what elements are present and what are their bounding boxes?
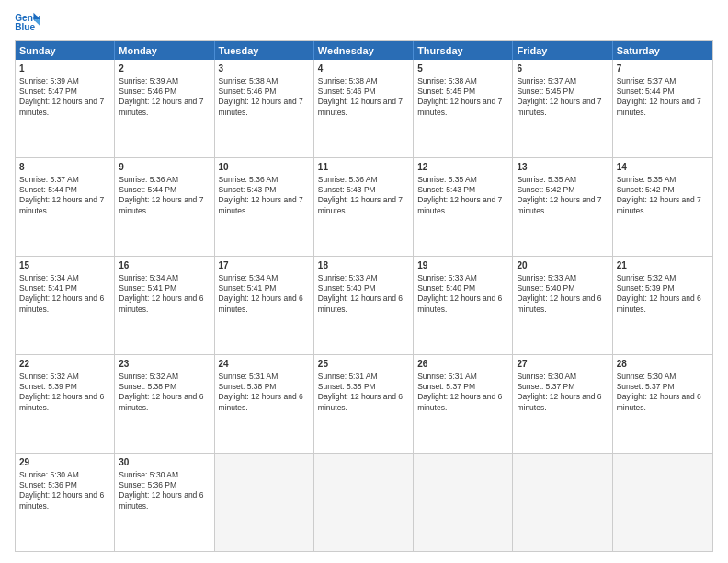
calendar-row-2: 15Sunrise: 5:34 AMSunset: 5:41 PMDayligh…: [16, 256, 712, 354]
daylight: Daylight: 12 hours and 6 minutes.: [417, 293, 502, 313]
day-cell-21: 21Sunrise: 5:32 AMSunset: 5:39 PMDayligh…: [613, 257, 712, 354]
sunset: Sunset: 5:41 PM: [119, 283, 176, 293]
sunset: Sunset: 5:43 PM: [417, 185, 475, 194]
sunset: Sunset: 5:43 PM: [318, 185, 376, 194]
daylight: Daylight: 12 hours and 6 minutes.: [119, 293, 203, 313]
day-cell-18: 18Sunrise: 5:33 AMSunset: 5:40 PMDayligh…: [314, 257, 414, 354]
header-day-friday: Friday: [513, 41, 612, 60]
day-cell-19: 19Sunrise: 5:33 AMSunset: 5:40 PMDayligh…: [414, 257, 513, 354]
day-number: 1: [19, 63, 110, 75]
header-day-thursday: Thursday: [414, 41, 513, 60]
day-number: 27: [517, 358, 608, 371]
sunset: Sunset: 5:46 PM: [219, 86, 277, 96]
day-cell-8: 8Sunrise: 5:37 AMSunset: 5:44 PMDaylight…: [16, 158, 115, 256]
day-number: 15: [19, 259, 110, 272]
day-cell-2: 2Sunrise: 5:39 AMSunset: 5:46 PMDaylight…: [115, 60, 214, 157]
daylight: Daylight: 12 hours and 7 minutes.: [219, 97, 303, 116]
daylight: Daylight: 12 hours and 7 minutes.: [617, 195, 701, 214]
sunrise: Sunrise: 5:35 AM: [617, 175, 677, 184]
sunset: Sunset: 5:36 PM: [19, 480, 77, 489]
header-day-saturday: Saturday: [613, 41, 712, 60]
day-number: 28: [617, 358, 709, 371]
day-cell-1: 1Sunrise: 5:39 AMSunset: 5:47 PMDaylight…: [16, 60, 115, 157]
day-number: 21: [617, 259, 709, 272]
day-cell-30: 30Sunrise: 5:30 AMSunset: 5:36 PMDayligh…: [115, 454, 214, 551]
sunrise: Sunrise: 5:30 AM: [119, 470, 178, 479]
day-cell-12: 12Sunrise: 5:35 AMSunset: 5:43 PMDayligh…: [414, 158, 513, 256]
day-number: 24: [219, 358, 310, 371]
daylight: Daylight: 12 hours and 6 minutes.: [19, 293, 104, 313]
day-cell-3: 3Sunrise: 5:38 AMSunset: 5:46 PMDaylight…: [215, 60, 314, 157]
day-number: 25: [318, 358, 409, 371]
sunset: Sunset: 5:45 PM: [417, 86, 475, 96]
day-number: 2: [119, 63, 210, 75]
header-day-tuesday: Tuesday: [215, 41, 314, 60]
day-cell-25: 25Sunrise: 5:31 AMSunset: 5:38 PMDayligh…: [314, 355, 414, 453]
day-number: 13: [517, 161, 608, 174]
sunset: Sunset: 5:37 PM: [417, 382, 475, 391]
daylight: Daylight: 12 hours and 6 minutes.: [517, 293, 601, 313]
sunrise: Sunrise: 5:30 AM: [19, 470, 79, 479]
day-number: 14: [617, 161, 709, 174]
daylight: Daylight: 12 hours and 7 minutes.: [617, 97, 701, 116]
day-number: 3: [219, 63, 310, 75]
daylight: Daylight: 12 hours and 7 minutes.: [318, 97, 403, 116]
day-number: 29: [19, 456, 110, 469]
sunset: Sunset: 5:46 PM: [119, 86, 176, 96]
sunrise: Sunrise: 5:34 AM: [219, 273, 279, 282]
sunrise: Sunrise: 5:32 AM: [19, 372, 79, 381]
sunrise: Sunrise: 5:39 AM: [19, 76, 79, 86]
day-cell-5: 5Sunrise: 5:38 AMSunset: 5:45 PMDaylight…: [414, 60, 513, 157]
daylight: Daylight: 12 hours and 6 minutes.: [119, 490, 203, 510]
daylight: Daylight: 12 hours and 7 minutes.: [517, 97, 601, 116]
header-day-wednesday: Wednesday: [314, 41, 414, 60]
sunset: Sunset: 5:44 PM: [617, 86, 675, 96]
calendar-body: 1Sunrise: 5:39 AMSunset: 5:47 PMDaylight…: [16, 60, 712, 551]
sunrise: Sunrise: 5:32 AM: [617, 273, 677, 282]
calendar-header: SundayMondayTuesdayWednesdayThursdayFrid…: [16, 41, 712, 60]
sunset: Sunset: 5:39 PM: [617, 283, 675, 293]
day-number: 30: [119, 456, 210, 469]
empty-cell: [513, 454, 612, 551]
day-cell-4: 4Sunrise: 5:38 AMSunset: 5:46 PMDaylight…: [314, 60, 414, 157]
sunset: Sunset: 5:45 PM: [517, 86, 574, 96]
day-cell-15: 15Sunrise: 5:34 AMSunset: 5:41 PMDayligh…: [16, 257, 115, 354]
sunset: Sunset: 5:37 PM: [517, 382, 574, 391]
empty-cell: [414, 454, 513, 551]
sunrise: Sunrise: 5:38 AM: [219, 76, 279, 86]
daylight: Daylight: 12 hours and 6 minutes.: [318, 293, 403, 313]
daylight: Daylight: 12 hours and 7 minutes.: [517, 195, 601, 214]
sunrise: Sunrise: 5:34 AM: [19, 273, 79, 282]
daylight: Daylight: 12 hours and 7 minutes.: [119, 97, 203, 116]
day-number: 5: [417, 63, 508, 75]
sunset: Sunset: 5:47 PM: [19, 86, 77, 96]
sunset: Sunset: 5:36 PM: [119, 480, 176, 489]
sunrise: Sunrise: 5:35 AM: [517, 175, 576, 184]
sunrise: Sunrise: 5:30 AM: [617, 372, 677, 381]
sunset: Sunset: 5:40 PM: [517, 283, 574, 293]
day-number: 4: [318, 63, 409, 75]
day-number: 16: [119, 259, 210, 272]
sunrise: Sunrise: 5:39 AM: [119, 76, 178, 86]
sunrise: Sunrise: 5:32 AM: [119, 372, 178, 381]
day-cell-24: 24Sunrise: 5:31 AMSunset: 5:38 PMDayligh…: [215, 355, 314, 453]
logo-icon: General Blue: [15, 11, 40, 33]
day-cell-14: 14Sunrise: 5:35 AMSunset: 5:42 PMDayligh…: [613, 158, 712, 256]
sunset: Sunset: 5:38 PM: [219, 382, 277, 391]
empty-cell: [314, 454, 414, 551]
day-cell-28: 28Sunrise: 5:30 AMSunset: 5:37 PMDayligh…: [613, 355, 712, 453]
empty-cell: [613, 454, 712, 551]
sunrise: Sunrise: 5:35 AM: [417, 175, 477, 184]
sunrise: Sunrise: 5:30 AM: [517, 372, 576, 381]
day-number: 10: [219, 161, 310, 174]
day-cell-11: 11Sunrise: 5:36 AMSunset: 5:43 PMDayligh…: [314, 158, 414, 256]
daylight: Daylight: 12 hours and 6 minutes.: [219, 392, 303, 411]
sunrise: Sunrise: 5:31 AM: [219, 372, 279, 381]
daylight: Daylight: 12 hours and 6 minutes.: [19, 490, 104, 510]
sunset: Sunset: 5:44 PM: [19, 185, 77, 194]
sunset: Sunset: 5:41 PM: [19, 283, 77, 293]
day-number: 7: [617, 63, 709, 75]
daylight: Daylight: 12 hours and 6 minutes.: [19, 392, 104, 411]
day-number: 19: [417, 259, 508, 272]
sunrise: Sunrise: 5:36 AM: [219, 175, 279, 184]
